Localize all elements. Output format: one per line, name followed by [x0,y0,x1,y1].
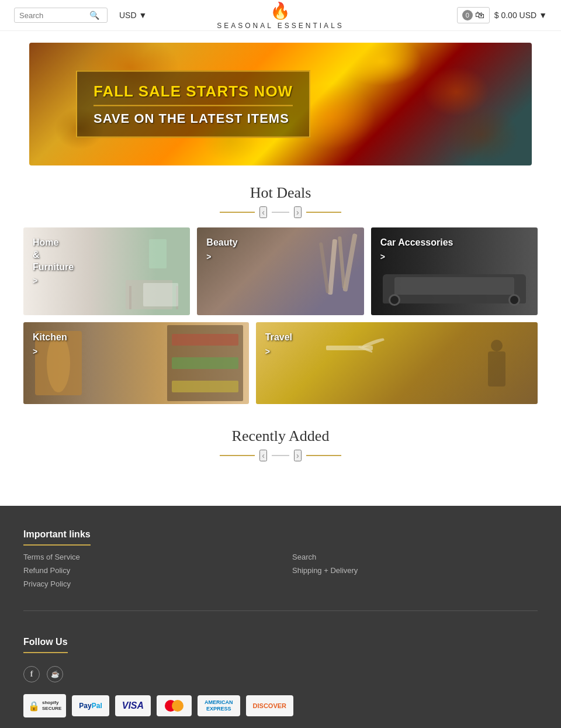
logo-flame-icon: 🔥 [270,1,290,20]
instagram-icon[interactable]: ☕ [47,666,63,682]
beauty-label: Beauty > [206,237,237,262]
footer-links-section: Important links Terms of Service Refund … [23,529,538,610]
logo-area[interactable]: 🔥 SEASONAL ESSENTIALS [217,1,344,30]
car-accessories-arrow: > [380,251,453,262]
search-button[interactable]: 🔍 [89,11,99,20]
category-card-beauty[interactable]: Beauty > [197,227,363,315]
home-furniture-arrow: > [33,275,74,286]
currency-label: USD [119,11,137,20]
cart-count: 0 [462,10,473,20]
cart-price[interactable]: $ 0.00 USD ▼ [494,11,547,20]
visa-badge: VISA [115,695,151,716]
shopify-secure-badge: 🔒 shopify SECURE [23,694,66,717]
shipping-delivery-link[interactable]: Shipping + Delivery [292,566,538,575]
category-card-travel[interactable]: Travel > [256,322,538,404]
hot-deals-divider: ‹ › [0,206,561,218]
category-row-2: Kitchen > Travel > [23,322,538,404]
paypal-badge: PayPal [72,695,109,716]
category-card-kitchen[interactable]: Kitchen > [23,322,249,404]
social-icons: f ☕ [23,666,538,682]
recently-added-title: Recently Added [0,427,561,445]
search-icon: 🔍 [89,11,99,20]
recently-added-divider-dot [272,455,289,456]
recently-added-prev-button[interactable]: ‹ [259,450,267,461]
hot-deals-section-header: Hot Deals ‹ › [0,184,561,218]
banner-text-box: FALL SALE STARTS NOW SAVE ON THE LATEST … [76,71,310,138]
follow-us-heading: Follow Us [23,637,68,653]
mastercard-badge [157,695,192,716]
search-bar[interactable]: 🔍 [14,8,108,23]
follow-us-section: Follow Us f ☕ 🔒 shopify SECURE [23,625,538,728]
recently-added-divider-right [306,455,341,456]
discover-badge: DISCOVER [246,695,293,716]
banner-headline: FALL SALE STARTS NOW [94,82,293,101]
chevron-down-icon: ▼ [139,11,147,20]
divider-right [306,212,341,213]
cart-dropdown-icon: ▼ [539,11,547,20]
divider-dot [272,212,289,213]
hot-deals-next-button[interactable]: › [294,206,302,218]
travel-label: Travel > [265,332,292,357]
privacy-policy-link[interactable]: Privacy Policy [23,579,269,588]
recently-added-divider: ‹ › [0,450,561,461]
logo-text: SEASONAL ESSENTIALS [217,22,344,30]
category-card-car[interactable]: Car Accessories > [371,227,538,315]
footer: Important links Terms of Service Refund … [0,506,561,728]
payment-icons: 🔒 shopify SECURE PayPal VISA [23,694,538,717]
footer-col-links-2: Search Shipping + Delivery [292,529,538,593]
kitchen-arrow: > [33,346,67,357]
amex-badge: AMERICANEXPRESS [198,695,240,716]
recently-added-section-header: Recently Added ‹ › [0,427,561,461]
cart-icon: 🛍 [475,10,484,20]
footer-col-links: Important links Terms of Service Refund … [23,529,269,593]
category-row-1: Home & Furniture > Beauty > [23,227,538,315]
category-card-home[interactable]: Home & Furniture > [23,227,190,315]
hero-banner: FALL SALE STARTS NOW SAVE ON THE LATEST … [29,43,532,165]
banner-divider [94,105,293,106]
header: 🔍 USD ▼ 🔥 SEASONAL ESSENTIALS 0 🛍 $ 0.00… [0,0,561,31]
recently-added-grid [12,471,549,506]
important-links-heading: Important links [23,529,91,546]
recently-added-next-button[interactable]: › [294,450,302,461]
banner-subheadline: SAVE ON THE LATEST ITEMS [94,111,293,126]
header-left: 🔍 USD ▼ [14,8,147,23]
hot-deals-prev-button[interactable]: ‹ [259,206,267,218]
search-link[interactable]: Search [292,553,538,561]
search-input[interactable] [19,11,89,20]
travel-arrow: > [265,346,292,357]
facebook-icon[interactable]: f [23,666,40,682]
divider-left [220,212,255,213]
refund-policy-link[interactable]: Refund Policy [23,566,269,575]
car-accessories-label: Car Accessories > [380,237,453,262]
beauty-arrow: > [206,251,237,262]
terms-of-service-link[interactable]: Terms of Service [23,553,269,561]
cart-price-label: $ 0.00 USD [494,11,536,20]
hot-deals-grid: Home & Furniture > Beauty > [12,227,549,404]
header-right: 0 🛍 $ 0.00 USD ▼ [457,7,547,23]
recently-added-divider-left [220,455,255,456]
cart-badge[interactable]: 0 🛍 [457,7,490,23]
home-furniture-label: Home & Furniture > [33,237,74,287]
hot-deals-title: Hot Deals [0,184,561,202]
kitchen-label: Kitchen > [33,332,67,357]
currency-selector[interactable]: USD ▼ [119,11,147,20]
